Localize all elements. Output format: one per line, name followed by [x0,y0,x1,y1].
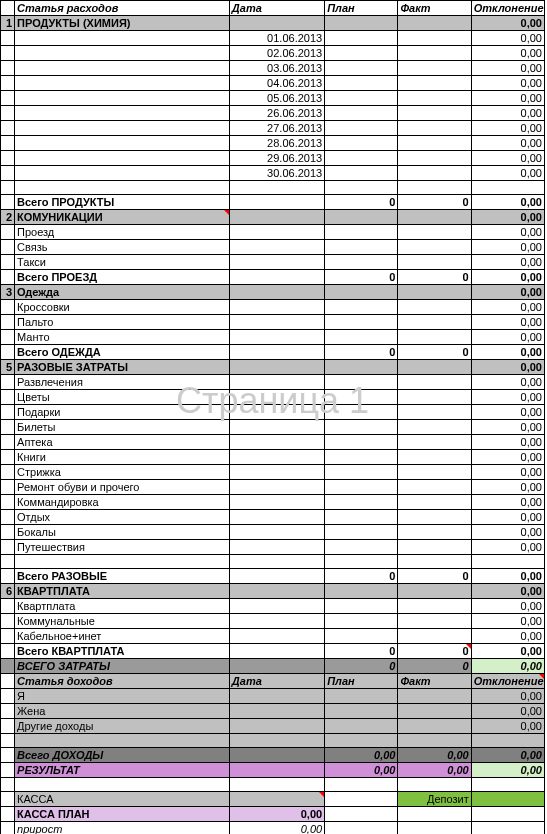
budget-table[interactable]: Статья расходовДатаПланФактОтклонение1ПР… [0,0,545,834]
section-total[interactable]: Всего РАЗОВЫЕ000,00 [1,569,545,584]
data-row[interactable]: 30.06.20130,00 [1,166,545,181]
data-row[interactable]: Цветы0,00 [1,390,545,405]
data-row[interactable]: 03.06.20130,00 [1,61,545,76]
category-header[interactable]: 3Одежда0,00 [1,285,545,300]
data-row[interactable]: Пальто0,00 [1,315,545,330]
data-row[interactable]: Коммандировка0,00 [1,495,545,510]
data-row[interactable]: Отдых0,00 [1,510,545,525]
data-row[interactable]: 29.06.20130,00 [1,151,545,166]
kassa-prirost[interactable]: прирост0,00 [1,822,545,835]
data-row[interactable]: Манто0,00 [1,330,545,345]
income-total[interactable]: Всего ДОХОДЫ0,000,000,00 [1,748,545,763]
section-total[interactable]: Всего КВАРТПЛАТА000,00 [1,644,545,659]
data-row[interactable]: Стрижка0,00 [1,465,545,480]
header-row: Статья расходовДатаПланФактОтклонение [1,1,545,16]
category-header[interactable]: 5РАЗОВЫЕ ЗАТРАТЫ0,00 [1,360,545,375]
data-row[interactable]: 04.06.20130,00 [1,76,545,91]
data-row[interactable]: Такси0,00 [1,255,545,270]
data-row[interactable]: 26.06.20130,00 [1,106,545,121]
data-row[interactable]: Кабельное+инет0,00 [1,629,545,644]
spreadsheet[interactable]: Страница 1 Статья расходовДатаПланФактОт… [0,0,547,834]
category-header[interactable]: 6КВАРТПЛАТА0,00 [1,584,545,599]
data-row[interactable]: 05.06.20130,00 [1,91,545,106]
section-total[interactable]: Всего ПРОДУКТЫ000,00 [1,195,545,210]
data-row[interactable]: Бокалы0,00 [1,525,545,540]
data-row[interactable]: Развлечения0,00 [1,375,545,390]
data-row[interactable]: Кроссовки0,00 [1,300,545,315]
data-row[interactable]: Квартплата0,00 [1,599,545,614]
kassa-plan[interactable]: КАССА ПЛАН0,00 [1,807,545,822]
blank-row[interactable] [1,734,545,748]
category-header[interactable]: 2КОМУНИКАЦИИ0,00 [1,210,545,225]
income-row[interactable]: Другие доходы0,00 [1,719,545,734]
data-row[interactable]: Билеты0,00 [1,420,545,435]
income-header: Статья доходовДатаПланФактОтклонение [1,674,545,689]
data-row[interactable]: Коммунальные0,00 [1,614,545,629]
section-total[interactable]: Всего ПРОЕЗД000,00 [1,270,545,285]
blank-row[interactable] [1,778,545,792]
kassa-header[interactable]: КАССАДепозит [1,792,545,807]
data-row[interactable]: Связь0,00 [1,240,545,255]
data-row[interactable]: 01.06.20130,00 [1,31,545,46]
data-row[interactable]: 28.06.20130,00 [1,136,545,151]
data-row[interactable]: Путешествия0,00 [1,540,545,555]
blank-row[interactable] [1,555,545,569]
result-row[interactable]: РЕЗУЛЬТАТ0,000,000,00 [1,763,545,778]
income-row[interactable]: Жена0,00 [1,704,545,719]
data-row[interactable]: Книги0,00 [1,450,545,465]
blank-row[interactable] [1,181,545,195]
data-row[interactable]: 27.06.20130,00 [1,121,545,136]
data-row[interactable]: Ремонт обуви и прочего0,00 [1,480,545,495]
category-header[interactable]: 1ПРОДУКТЫ (ХИМИЯ)0,00 [1,16,545,31]
data-row[interactable]: Аптека0,00 [1,435,545,450]
grand-total-row[interactable]: ВСЕГО ЗАТРАТЫ000,00 [1,659,545,674]
data-row[interactable]: Подарки0,00 [1,405,545,420]
income-row[interactable]: Я0,00 [1,689,545,704]
data-row[interactable]: 02.06.20130,00 [1,46,545,61]
data-row[interactable]: Проезд0,00 [1,225,545,240]
section-total[interactable]: Всего ОДЕЖДА000,00 [1,345,545,360]
